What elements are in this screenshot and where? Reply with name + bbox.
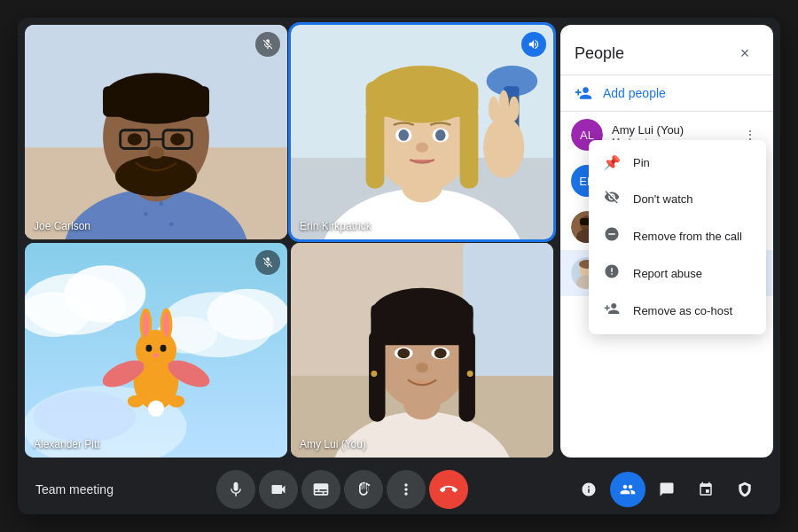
svg-point-43 — [207, 289, 287, 340]
svg-point-52 — [163, 312, 169, 337]
svg-point-20 — [487, 66, 538, 97]
report-icon — [603, 263, 621, 283]
activities-button[interactable] — [688, 472, 724, 507]
remove-cohost-icon — [603, 301, 621, 320]
report-abuse-label: Report abuse — [633, 267, 702, 280]
svg-point-72 — [397, 348, 410, 359]
svg-rect-6 — [103, 86, 209, 117]
svg-point-32 — [416, 143, 428, 153]
controls-right — [571, 472, 763, 507]
people-panel-button[interactable] — [610, 472, 645, 507]
video-tile-alexander: Alexander Pitt — [25, 243, 287, 458]
svg-point-55 — [153, 353, 160, 357]
svg-point-74 — [434, 348, 447, 359]
video-grid: Joe Carlson — [18, 18, 560, 465]
remove-call-icon — [603, 226, 621, 246]
svg-point-59 — [128, 395, 144, 408]
svg-point-31 — [435, 129, 446, 141]
svg-rect-69 — [369, 330, 385, 422]
svg-rect-27 — [460, 106, 479, 188]
security-button[interactable] — [727, 472, 763, 507]
video-tile-joe: Joe Carlson — [25, 25, 287, 239]
joe-mic-status — [255, 32, 280, 57]
svg-text:AL: AL — [580, 129, 594, 142]
sidebar-title: People — [575, 44, 624, 63]
svg-point-11 — [128, 133, 142, 145]
remove-call-label: Remove from the call — [633, 230, 742, 243]
context-remove-call[interactable]: Remove from the call — [589, 217, 766, 254]
svg-rect-63 — [463, 243, 553, 376]
context-pin[interactable]: 📌 Pin — [589, 145, 766, 180]
captions-button[interactable] — [301, 470, 340, 509]
context-dont-watch[interactable]: Don't watch — [589, 180, 766, 217]
svg-point-36 — [498, 90, 509, 119]
raise-hand-button[interactable] — [344, 470, 383, 509]
meeting-info-button[interactable] — [571, 472, 606, 507]
controls-center — [216, 470, 468, 509]
mic-button[interactable] — [216, 470, 255, 509]
svg-point-54 — [160, 345, 167, 352]
svg-point-35 — [489, 97, 499, 121]
add-people-button[interactable]: Add people — [560, 75, 773, 112]
svg-point-46 — [34, 391, 136, 442]
svg-point-29 — [398, 129, 409, 141]
video-tile-amy: Amy Lui (You) — [291, 243, 553, 458]
svg-point-53 — [145, 345, 152, 352]
joe-tile-name: Joe Carlson — [34, 220, 90, 232]
chat-button[interactable] — [649, 472, 685, 507]
alexander-mic-status — [255, 250, 280, 275]
add-person-icon — [575, 84, 592, 102]
remove-cohost-label: Remove as co-host — [633, 304, 732, 317]
pin-icon: 📌 — [603, 154, 621, 171]
people-sidebar: People × Add people AL Amy — [560, 25, 773, 458]
add-people-label: Add people — [603, 86, 666, 100]
bottom-bar: Team meeting — [18, 465, 780, 514]
svg-point-7 — [115, 156, 197, 197]
context-menu: 📌 Pin Don't watch Remove from the call — [589, 140, 766, 334]
svg-point-37 — [509, 97, 520, 121]
dont-watch-label: Don't watch — [633, 192, 693, 206]
svg-point-58 — [148, 400, 164, 416]
app-container: Joe Carlson — [18, 18, 780, 514]
meeting-name: Team meeting — [35, 482, 113, 497]
pin-label: Pin — [633, 156, 650, 169]
svg-point-15 — [159, 201, 163, 206]
context-remove-cohost[interactable]: Remove as co-host — [589, 292, 766, 329]
svg-point-77 — [467, 371, 473, 377]
alexander-tile-name: Alexander Pitt — [34, 438, 100, 450]
video-tile-erin: Erin Kirkpatrick — [291, 25, 553, 239]
svg-point-75 — [416, 363, 428, 373]
svg-point-60 — [168, 395, 184, 408]
svg-point-12 — [170, 133, 184, 145]
sidebar-header: People × — [560, 25, 773, 75]
erin-speaker-status — [521, 32, 546, 57]
close-sidebar-button[interactable]: × — [731, 39, 759, 67]
context-report-abuse[interactable]: Report abuse — [589, 254, 766, 292]
dont-watch-icon — [603, 189, 621, 208]
more-options-button[interactable] — [387, 470, 426, 509]
erin-tile-name: Erin Kirkpatrick — [300, 220, 372, 232]
svg-point-51 — [143, 312, 149, 337]
amy-tile-name: Amy Lui (You) — [300, 438, 366, 450]
camera-button[interactable] — [259, 470, 298, 509]
svg-point-14 — [144, 212, 148, 216]
main-content: Joe Carlson — [18, 18, 780, 465]
svg-rect-70 — [458, 330, 474, 422]
svg-point-76 — [371, 371, 377, 377]
svg-rect-68 — [371, 304, 473, 345]
svg-point-16 — [169, 222, 174, 226]
svg-point-13 — [148, 146, 164, 159]
svg-rect-26 — [366, 106, 385, 188]
end-call-button[interactable] — [429, 470, 468, 509]
amy-name: Amy Lui (You) — [612, 123, 729, 137]
